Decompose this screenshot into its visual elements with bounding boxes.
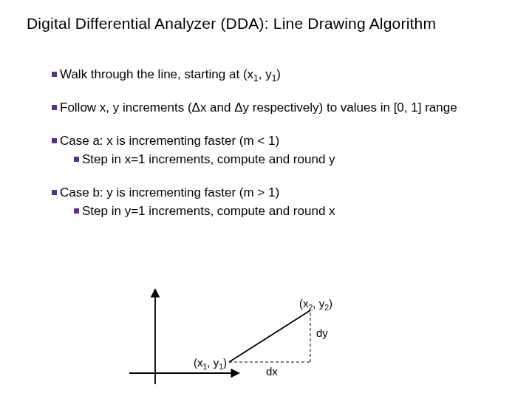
bullet-2-text: Follow x, y increments (Δx and Δy respec…: [60, 100, 495, 117]
bullet-icon: [52, 105, 57, 110]
label-p1: (x1, y1): [194, 356, 227, 369]
bullet-icon: [52, 138, 57, 143]
line-segment: [229, 310, 310, 362]
line-diagram: (x1, y1) (x2, y2) dy dx: [126, 288, 369, 392]
bullet-2: Follow x, y increments (Δx and Δy respec…: [52, 100, 495, 117]
bullet-4: Case b: y is incrementing faster (m > 1): [52, 185, 495, 202]
bullet-3-sub-text: Step in x=1 increments, compute and roun…: [82, 151, 495, 168]
bullet-1-text: Walk through the line, starting at (x1, …: [60, 66, 495, 83]
slide-body: Walk through the line, starting at (x1, …: [52, 66, 495, 236]
bullet-icon: [74, 208, 79, 214]
bullet-icon: [52, 72, 57, 77]
slide-title: Digital Differential Analyzer (DDA): Lin…: [27, 15, 532, 33]
label-dy: dy: [316, 327, 328, 339]
diagram-svg: [126, 288, 369, 392]
bullet-4-sub-text: Step in y=1 increments, compute and roun…: [82, 203, 495, 220]
bullet-icon: [52, 190, 57, 195]
bullet-3-sub: Step in x=1 increments, compute and roun…: [74, 151, 495, 168]
bullet-icon: [74, 157, 79, 162]
slide: Digital Differential Analyzer (DDA): Lin…: [0, 0, 532, 399]
label-dx: dx: [266, 365, 278, 378]
bullet-4-text: Case b: y is incrementing faster (m > 1): [60, 185, 495, 202]
bullet-4-sub: Step in y=1 increments, compute and roun…: [74, 203, 495, 220]
bullet-3: Case a: x is incrementing faster (m < 1): [52, 133, 495, 150]
bullet-3-text: Case a: x is incrementing faster (m < 1): [60, 133, 495, 150]
bullet-1: Walk through the line, starting at (x1, …: [52, 66, 495, 83]
label-p2: (x2, y2): [299, 297, 332, 310]
